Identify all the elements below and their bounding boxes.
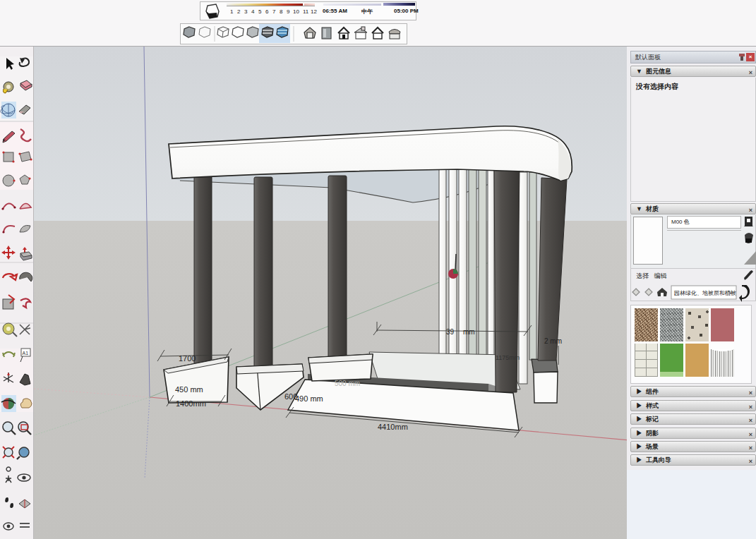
svg-text:1175mm: 1175mm	[496, 354, 520, 361]
svg-text:2 mm: 2 mm	[544, 337, 562, 345]
svg-text:500 mm: 500 mm	[335, 380, 360, 387]
svg-text:A1: A1	[23, 351, 29, 356]
svg-text:∨: ∨	[728, 289, 733, 296]
svg-text:450 mm: 450 mm	[175, 385, 203, 394]
svg-text:39: 39	[446, 328, 455, 336]
svg-text:490 mm: 490 mm	[295, 394, 323, 403]
svg-text:4410mm: 4410mm	[378, 423, 408, 431]
svg-text:1400mm: 1400mm	[176, 399, 206, 408]
svg-text:mm: mm	[463, 328, 475, 336]
svg-text:1700: 1700	[179, 354, 196, 363]
svg-text:园林绿化、地被层和植被: 园林绿化、地被层和植被	[674, 290, 736, 296]
